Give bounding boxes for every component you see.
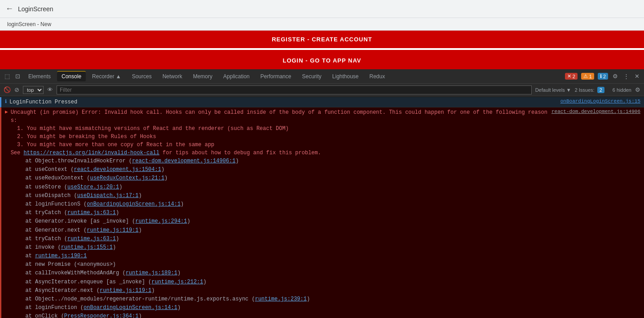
stack-17: at loginFunction (onBoardingLoginScreen.… [11,304,548,312]
tab-security[interactable]: Security [297,72,326,81]
error-reason-2: 2. You might be breaking the Rules of Ho… [11,134,156,140]
console-message-text: LoginFunction Pressed [9,98,557,106]
stack-15: at AsyncIterator.next (runtime.js:119:1) [11,287,548,295]
console-message-info: ℹ LoginFunction Pressed onBoardingLoginS… [0,97,644,107]
error-see-suffix: for tips about how to debug and fix this… [159,150,321,156]
tab-network[interactable]: Network [158,72,187,81]
error-help-link[interactable]: https://reactjs.org/link/invalid-hook-ca… [23,150,159,156]
eye-icon[interactable]: 👁 [47,86,53,93]
stack-3: at useStore (useStore.js:20:1) [11,183,548,192]
error-see-text: See [11,150,24,156]
close-devtools-icon[interactable]: ✕ [633,72,641,81]
console-message-source[interactable]: onBoardingLoginScreen.js:15 [560,99,640,104]
context-selector[interactable]: top [23,86,44,94]
back-button[interactable]: ← [5,4,13,13]
info-icon: ℹ [5,99,7,104]
stack-0: at Object.throwInvalidHookError (react-d… [11,157,548,166]
stack-14: at AsyncIterator.enqueue [as _invoke] (r… [11,278,548,287]
register-button[interactable]: REGISTER - CREATE ACCOUNT [0,31,644,48]
tab-console[interactable]: Console [57,71,86,81]
stack-9: at tryCatch (runtime.js:63:1) [11,235,548,243]
stack-16: at Object../node_modules/regenerator-run… [11,295,548,304]
issues-count: 2 Issues: 2 [575,87,605,93]
stack-5: at loginFunctionS (onBoardingLoginScreen… [11,200,548,209]
tab-application[interactable]: Application [219,72,254,81]
console-error-content: Uncaught (in promise) Error: Invalid hoo… [11,108,548,318]
top-bar: ← LoginScreen [0,0,644,18]
warning-badge: ⚠ 1 [581,73,594,80]
tab-elements[interactable]: Elements [24,72,55,81]
info-badge: ℹ 2 [598,73,608,80]
settings-icon[interactable]: ⚙ [611,72,620,81]
error-reason-1: 1. You might have mismatching versions o… [11,125,289,132]
hidden-count[interactable]: 6 hidden [613,87,631,93]
issues-badge: 2 [597,87,604,93]
stack-13: at callInvokeWithMethodAndArg (runtime.j… [11,269,548,278]
stack-1: at useContext (react.development.js:1504… [11,166,548,174]
console-settings-icon[interactable]: ⚙ [635,86,640,93]
tab-bar: loginScreen - New [0,18,644,31]
stack-8: at Generator.next (runtime.js:119:1) [11,226,548,235]
console-toolbar: 🚫 ⊘ top 👁 Default levels ▼ 2 Issues: 2 6… [0,84,644,96]
stack-11: at runtime.js:190:1 [11,252,548,260]
stack-4: at useDispatch (useDispatch.js:17:1) [11,192,548,200]
tab-performance[interactable]: Performance [256,72,296,81]
clear-console-icon[interactable]: 🚫 [4,86,11,93]
tab-memory[interactable]: Memory [189,72,217,81]
error-source[interactable]: react-dom.development.js:14906 [551,109,640,114]
devtools-toolbar: ⬚ ⊡ Elements Console Recorder ▲ Sources … [0,69,644,84]
tab-sources[interactable]: Sources [128,72,156,81]
stack-12: at new Promise (<anonymous>) [11,260,548,269]
devtools-panel: ⬚ ⊡ Elements Console Recorder ▲ Sources … [0,69,644,318]
error-expand-icon[interactable]: ▶ [5,109,8,115]
error-main-text: Uncaught (in promise) Error: Invalid hoo… [11,109,547,124]
browser-tab[interactable]: loginScreen - New [4,21,55,27]
stack-6: at tryCatch (runtime.js:63:1) [11,209,548,217]
tab-recorder[interactable]: Recorder ▲ [88,72,126,81]
stack-2: at useReduxContext (useReduxContext.js:2… [11,174,548,183]
stack-10: at invoke (runtime.js:155:1) [11,243,548,252]
error-badge: ✕ 2 [565,73,578,80]
stack-18: at onClick (PressResponder.js:364:1) [11,312,548,318]
default-levels-selector[interactable]: Default levels ▼ [535,87,571,93]
login-button[interactable]: LOGIN - GO TO APP NAV [0,52,644,69]
stack-7: at Generator.invoke [as _invoke] (runtim… [11,217,548,226]
tab-redux[interactable]: Redux [365,72,390,81]
filter-icon[interactable]: ⊘ [14,86,19,93]
tab-lighthouse[interactable]: Lighthouse [328,72,363,81]
inspect-element-icon[interactable]: ⬚ [3,72,12,81]
more-options-icon[interactable]: ⋮ [622,72,631,81]
page-title: LoginScreen [18,5,53,13]
console-output: ℹ LoginFunction Pressed onBoardingLoginS… [0,96,644,318]
console-message-error: ▶ Uncaught (in promise) Error: Invalid h… [0,107,644,318]
console-filter-input[interactable] [57,85,532,94]
error-reason-3: 3. You might have more than one copy of … [11,142,215,148]
device-toolbar-icon[interactable]: ⊡ [13,72,22,81]
